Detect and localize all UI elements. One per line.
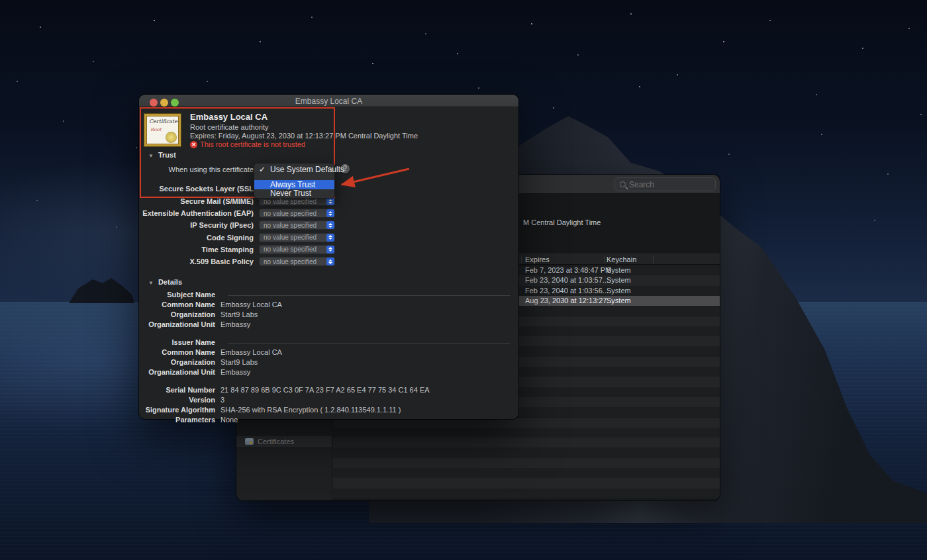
detail-label: Organizational Unit (139, 368, 215, 376)
sidebar-item-certificates[interactable]: Certificates (236, 436, 332, 447)
detail-label: Issuer Name (139, 338, 215, 346)
detail-row: Organizational UnitEmbassy (139, 320, 513, 330)
menu-item-always-trust[interactable]: Always Trust (254, 180, 334, 189)
detail-label: Version (139, 396, 215, 404)
detail-row: Serial Number21 84 87 89 6B 9C C3 0F 7A … (139, 385, 513, 395)
popup-chevrons-icon (326, 246, 334, 254)
table-row-empty (333, 458, 720, 468)
detail-label: Serial Number (139, 386, 215, 394)
detail-row: OrganizationStart9 Labs (139, 310, 513, 320)
menu-item-label: Always Trust (270, 180, 315, 189)
column-separator[interactable] (521, 256, 522, 263)
detail-row: Common NameEmbassy Local CA (139, 300, 513, 310)
policy-row: Extensible Authentication (EAP)no value … (139, 209, 518, 218)
detail-label: Parameters (139, 416, 215, 424)
policy-label: X.509 Basic Policy (139, 257, 254, 265)
policy-label: Time Stamping (139, 246, 254, 254)
detail-value: 3 (220, 396, 224, 404)
popup-chevrons-icon (326, 209, 334, 217)
cell-expires: Feb 23, 2040 at 1:03:56... (525, 287, 609, 295)
wallpaper-stars (0, 0, 1, 1)
detail-value: Embassy Local CA (220, 348, 282, 356)
certificate-category-icon (245, 438, 254, 445)
detail-value: 21 84 87 89 6B 9C C3 0F 7A 23 F7 A2 65 E… (220, 386, 430, 394)
column-separator[interactable] (653, 256, 654, 263)
selected-cert-expiry-partial: M Central Daylight Time (523, 218, 601, 226)
detail-value: None (220, 416, 238, 424)
cell-keychain: System (607, 297, 631, 304)
popup-chevrons-icon (326, 257, 334, 265)
cell-expires: Feb 7, 2023 at 3:48:47 PM (525, 266, 611, 274)
column-header-keychain[interactable]: Keychain (607, 256, 636, 263)
policy-row: X.509 Basic Policyno value specified (139, 257, 518, 267)
policy-row: Code Signingno value specified (139, 233, 518, 243)
policy-value: no value specified (259, 222, 326, 229)
sidebar-item-label: Certificates (258, 438, 294, 445)
detail-row: Issuer Name (139, 338, 513, 348)
policy-label: Secure Mail (S/MIME) (139, 197, 254, 205)
cell-expires: Aug 23, 2030 at 12:13:27... (525, 297, 613, 304)
annotation-arrow (330, 162, 415, 192)
checkmark-icon: ✓ (259, 163, 266, 176)
detail-label: Organization (139, 358, 215, 366)
policy-popup-button[interactable]: no value specified (259, 209, 335, 218)
table-row-empty (333, 428, 720, 438)
cell-keychain: System (607, 266, 631, 274)
policy-value: no value specified (259, 210, 326, 217)
popup-chevrons-icon (326, 221, 334, 229)
policy-popup-button[interactable]: no value specified (259, 245, 335, 254)
policy-label: Extensible Authentication (EAP) (139, 209, 254, 217)
detail-value: Embassy Local CA (220, 301, 282, 308)
detail-row: Common NameEmbassy Local CA (139, 348, 513, 357)
detail-label: Common Name (139, 348, 215, 356)
policy-row: Time Stampingno value specified (139, 245, 518, 255)
cell-keychain: System (607, 287, 631, 295)
policy-popup-button[interactable]: no value specified (259, 220, 335, 230)
policy-value: no value specified (259, 246, 326, 253)
trust-popup-menu: ✓Use System DefaultsAlways TrustNever Tr… (254, 163, 335, 199)
detail-row: ParametersNone (139, 415, 513, 425)
detail-row: Signature AlgorithmSHA-256 with RSA Encr… (139, 405, 513, 415)
table-row-empty (333, 478, 720, 488)
policy-popup-button[interactable]: no value specified (259, 233, 335, 242)
detail-label: Organization (139, 310, 215, 318)
detail-row: Organizational UnitEmbassy (139, 367, 513, 377)
menu-item-use-system-defaults[interactable]: ✓Use System Defaults (254, 163, 334, 176)
search-placeholder: Search (629, 180, 654, 189)
policy-row: IP Security (IPsec)no value specified (139, 220, 518, 230)
detail-value: SHA-256 with RSA Encryption ( 1.2.840.11… (220, 406, 401, 414)
column-header-expires[interactable]: Expires (525, 256, 550, 263)
search-icon (620, 181, 626, 187)
detail-value: Start9 Labs (220, 358, 258, 366)
menu-item-label: Never Trust (270, 189, 311, 198)
detail-label: Subject Name (139, 291, 215, 299)
table-row-empty (333, 468, 720, 478)
disclosure-triangle-icon[interactable]: ▼ (148, 280, 154, 286)
detail-value: Embassy (220, 368, 250, 376)
policy-value: no value specified (259, 234, 326, 241)
table-row-empty (333, 438, 720, 447)
policy-value: no value specified (259, 198, 326, 205)
details-section-header: ▼Details (148, 278, 182, 286)
policy-popup-button[interactable]: no value specified (259, 257, 335, 266)
cell-keychain: System (607, 276, 631, 284)
detail-row: Subject Name (139, 290, 513, 300)
cell-expires: Feb 23, 2040 at 1:03:57... (525, 276, 609, 284)
popup-chevrons-icon (326, 234, 334, 242)
detail-row: Version3 (139, 395, 513, 405)
detail-value: Embassy (220, 320, 250, 328)
policy-label: Code Signing (139, 234, 254, 242)
table-row-empty (333, 489, 720, 498)
detail-label: Common Name (139, 301, 215, 308)
title-bar[interactable]: Embassy Local CA (139, 95, 518, 107)
search-input[interactable]: Search (614, 177, 716, 191)
detail-row: OrganizationStart9 Labs (139, 357, 513, 367)
policy-value: no value specified (259, 258, 326, 265)
menu-item-never-trust[interactable]: Never Trust (254, 189, 334, 198)
detail-label: Organizational Unit (139, 320, 215, 328)
detail-value: Start9 Labs (220, 310, 258, 318)
column-separator[interactable] (605, 256, 605, 263)
policy-label: IP Security (IPsec) (139, 221, 254, 229)
window-title: Embassy Local CA (139, 97, 518, 106)
section-rule (228, 343, 510, 344)
